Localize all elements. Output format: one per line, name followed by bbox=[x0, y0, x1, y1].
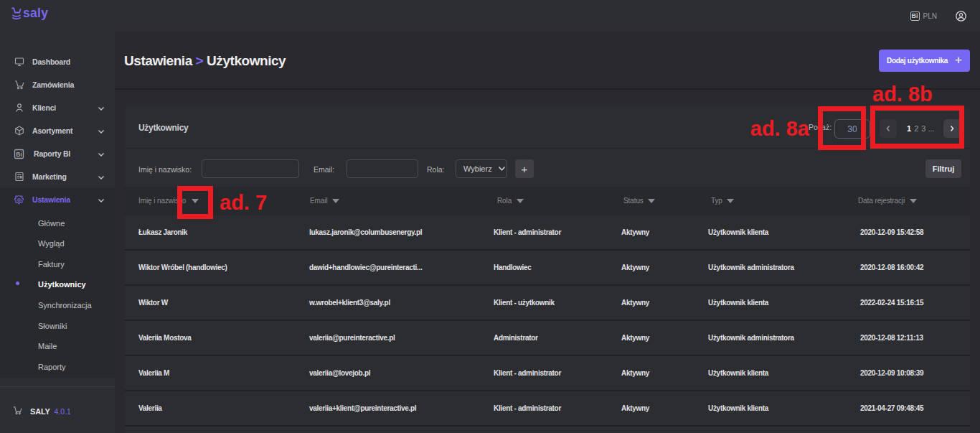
svg-text:Bi: Bi bbox=[16, 150, 22, 157]
